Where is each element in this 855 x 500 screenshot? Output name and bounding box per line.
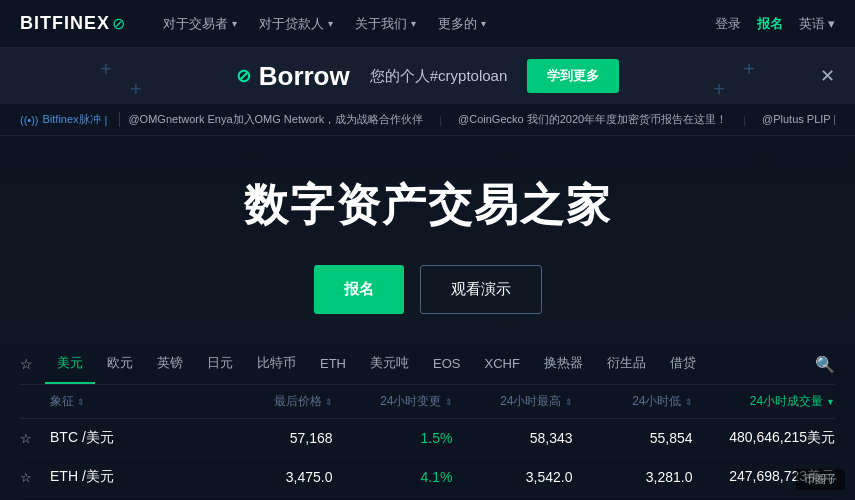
ticker-pipe: | — [105, 114, 108, 126]
promo-banner: + + + + ⊘ Borrow 您的个人#cryptoloan 学到更多 ✕ — [0, 48, 855, 104]
symbol-btc: BTC /美元 — [50, 429, 193, 447]
ticker-item-1: @OMGnetwork Enya加入OMG Network，成为战略合作伙伴 — [128, 112, 423, 127]
hero-signup-button[interactable]: 报名 — [314, 265, 404, 314]
sort-icon-active: ▼ — [826, 397, 835, 407]
header-star — [20, 393, 50, 410]
logo: BITFINEX ⊘ — [20, 13, 125, 34]
decorative-plus-2: + — [130, 78, 142, 101]
ticker-item-3: @Plutus PLIP | Pluton流动 — [762, 112, 835, 127]
table-header: 象征 ⇕ 最后价格 ⇕ 24小时变更 ⇕ 24小时最高 ⇕ 24小时低 ⇕ 24… — [20, 385, 835, 419]
volume-btc: 480,646,215美元 — [693, 429, 836, 447]
high-btc: 58,343 — [453, 430, 573, 446]
signup-link[interactable]: 报名 — [757, 15, 783, 33]
ticker-separator-1: | — [439, 114, 442, 126]
ticker-source: Bitfinex脉冲 — [43, 112, 101, 127]
nav-item-more[interactable]: 更多的 ▾ — [430, 11, 494, 37]
favorites-tab-icon[interactable]: ☆ — [20, 346, 45, 382]
volume-eth: 247,698,723美元 — [693, 468, 836, 486]
chevron-down-icon: ▾ — [828, 16, 835, 31]
tab-usd[interactable]: 美元 — [45, 344, 95, 384]
tab-jpy[interactable]: 日元 — [195, 344, 245, 384]
symbol-eth: ETH /美元 — [50, 468, 193, 486]
table-row: ☆ ETH /美元 3,475.0 4.1% 3,542.0 3,281.0 2… — [20, 458, 835, 497]
change-eth: 4.1% — [333, 469, 453, 485]
sort-icon: ⇕ — [77, 397, 85, 407]
pulse-wave-icon: ((•)) — [20, 114, 39, 126]
nav-item-about[interactable]: 关于我们 ▾ — [347, 11, 424, 37]
tab-gbp[interactable]: 英镑 — [145, 344, 195, 384]
header-high[interactable]: 24小时最高 ⇕ — [453, 393, 573, 410]
decorative-plus-3: + — [743, 58, 755, 81]
hero-section: 数字资产交易之家 报名 观看演示 — [0, 136, 855, 344]
sort-icon: ⇕ — [445, 397, 453, 407]
tab-usdt[interactable]: 美元吨 — [358, 344, 421, 384]
banner-content: ⊘ Borrow 您的个人#cryptoloan 学到更多 — [236, 59, 620, 93]
banner-cta-button[interactable]: 学到更多 — [527, 59, 619, 93]
tab-lending[interactable]: 借贷 — [658, 344, 708, 384]
header-right: 登录 报名 英语 ▾ — [715, 15, 835, 33]
chevron-down-icon: ▾ — [411, 18, 416, 29]
borrow-icon: ⊘ — [236, 65, 251, 87]
decorative-plus-4: + — [713, 78, 725, 101]
header-volume[interactable]: 24小时成交量 ▼ — [693, 393, 836, 410]
tab-eur[interactable]: 欧元 — [95, 344, 145, 384]
main-nav: 对于交易者 ▾ 对于贷款人 ▾ 关于我们 ▾ 更多的 ▾ — [155, 11, 715, 37]
sort-icon: ⇕ — [685, 397, 693, 407]
low-eth: 3,281.0 — [573, 469, 693, 485]
ticker-items: @OMGnetwork Enya加入OMG Network，成为战略合作伙伴 |… — [128, 112, 835, 127]
language-selector[interactable]: 英语 ▾ — [799, 15, 835, 33]
nav-item-traders[interactable]: 对于交易者 ▾ — [155, 11, 245, 37]
login-link[interactable]: 登录 — [715, 15, 741, 33]
news-ticker: ((•)) Bitfinex脉冲 | @OMGnetwork Enya加入OMG… — [0, 104, 855, 136]
header: BITFINEX ⊘ 对于交易者 ▾ 对于贷款人 ▾ 关于我们 ▾ 更多的 ▾ … — [0, 0, 855, 48]
low-btc: 55,854 — [573, 430, 693, 446]
banner-subtitle: 您的个人#cryptoloan — [370, 67, 508, 86]
logo-text: BITFINEX — [20, 13, 110, 34]
tab-btc[interactable]: 比特币 — [245, 344, 308, 384]
decorative-plus-1: + — [100, 58, 112, 81]
ticker-separator-2: | — [743, 114, 746, 126]
price-btc: 57,168 — [193, 430, 333, 446]
market-table: 象征 ⇕ 最后价格 ⇕ 24小时变更 ⇕ 24小时最高 ⇕ 24小时低 ⇕ 24… — [20, 385, 835, 497]
hero-demo-button[interactable]: 观看演示 — [420, 265, 542, 314]
header-change[interactable]: 24小时变更 ⇕ — [333, 393, 453, 410]
header-low[interactable]: 24小时低 ⇕ — [573, 393, 693, 410]
hero-buttons: 报名 观看演示 — [314, 265, 542, 314]
tab-xchf[interactable]: XCHF — [472, 346, 531, 383]
table-row: ☆ BTC /美元 57,168 1.5% 58,343 55,854 480,… — [20, 419, 835, 458]
high-eth: 3,542.0 — [453, 469, 573, 485]
logo-icon: ⊘ — [112, 14, 125, 33]
tab-eth[interactable]: ETH — [308, 346, 358, 383]
market-search-icon[interactable]: 🔍 — [815, 345, 835, 384]
row-star-eth[interactable]: ☆ — [20, 470, 50, 485]
tab-derivatives[interactable]: 衍生品 — [595, 344, 658, 384]
nav-item-lenders[interactable]: 对于贷款人 ▾ — [251, 11, 341, 37]
market-section: ☆ 美元 欧元 英镑 日元 比特币 ETH 美元吨 EOS XCHF 换热器 — [0, 344, 855, 497]
chevron-down-icon: ▾ — [481, 18, 486, 29]
ticker-item-2: @CoinGecko 我们的2020年年度加密货币报告在这里！ — [458, 112, 727, 127]
tab-eos[interactable]: EOS — [421, 346, 472, 383]
header-price[interactable]: 最后价格 ⇕ — [193, 393, 333, 410]
chevron-down-icon: ▾ — [328, 18, 333, 29]
ticker-pulse: ((•)) Bitfinex脉冲 | — [20, 112, 120, 127]
chevron-down-icon: ▾ — [232, 18, 237, 29]
price-eth: 3,475.0 — [193, 469, 333, 485]
sort-icon: ⇕ — [325, 397, 333, 407]
header-symbol[interactable]: 象征 ⇕ — [50, 393, 193, 410]
row-star-btc[interactable]: ☆ — [20, 431, 50, 446]
close-icon[interactable]: ✕ — [820, 65, 835, 87]
market-tabs: ☆ 美元 欧元 英镑 日元 比特币 ETH 美元吨 EOS XCHF 换热器 — [20, 344, 835, 385]
hero-title: 数字资产交易之家 — [244, 176, 612, 235]
sort-icon: ⇕ — [565, 397, 573, 407]
tab-exchange[interactable]: 换热器 — [532, 344, 595, 384]
banner-borrow-label: ⊘ Borrow — [236, 61, 350, 92]
change-btc: 1.5% — [333, 430, 453, 446]
